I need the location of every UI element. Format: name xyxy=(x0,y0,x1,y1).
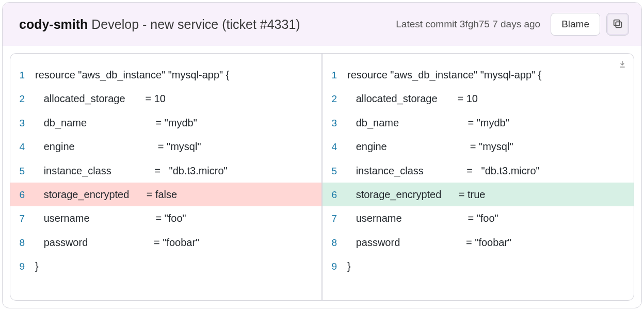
line-content: password = "foobar" xyxy=(347,234,511,251)
copy-icon xyxy=(612,18,623,31)
line-content: username = "foo" xyxy=(347,210,498,226)
line-number: 7 xyxy=(323,211,347,226)
file-diff-container: cody-smith Develop - new service (ticket… xyxy=(2,2,642,308)
download-icon[interactable] xyxy=(618,60,626,71)
line-number: 2 xyxy=(10,91,35,107)
code-line: 6 storage_encrypted = false xyxy=(10,183,321,206)
code-line: 1resource "aws_db_instance" "mysql-app" … xyxy=(323,63,634,87)
line-content: username = "foo" xyxy=(35,210,186,226)
line-content: engine = "mysql" xyxy=(35,138,201,155)
diff-wrap: 1resource "aws_db_instance" "mysql-app" … xyxy=(3,46,641,308)
diff-right-column: 1resource "aws_db_instance" "mysql-app" … xyxy=(323,54,634,300)
line-number: 4 xyxy=(10,139,35,155)
code-line: 1resource "aws_db_instance" "mysql-app" … xyxy=(10,63,321,87)
code-line: 4 engine = "mysql" xyxy=(323,135,634,158)
line-content: db_name = "mydb" xyxy=(35,114,197,131)
diff-left-column: 1resource "aws_db_instance" "mysql-app" … xyxy=(10,54,323,300)
line-number: 1 xyxy=(10,68,35,83)
copy-button[interactable] xyxy=(606,13,629,36)
line-content: db_name = "mydb" xyxy=(347,114,509,131)
code-line: 2 allocated_storage = 10 xyxy=(323,87,634,110)
line-number: 8 xyxy=(323,235,347,251)
diff-panel: 1resource "aws_db_instance" "mysql-app" … xyxy=(10,53,634,301)
line-content: storage_encrypted = false xyxy=(35,186,177,203)
commit-meta: Latest commit 3fgh75 7 days ago xyxy=(396,19,540,30)
line-content: } xyxy=(35,258,39,274)
line-number: 4 xyxy=(323,139,347,155)
line-content: } xyxy=(347,258,351,274)
code-line: 7 username = "foo" xyxy=(323,206,634,230)
line-content: engine = "mysql" xyxy=(347,138,513,155)
author-name: cody-smith xyxy=(19,17,88,31)
file-header: cody-smith Develop - new service (ticket… xyxy=(3,3,641,46)
line-number: 6 xyxy=(10,187,35,203)
line-number: 6 xyxy=(323,187,347,203)
code-line: 8 password = "foobar" xyxy=(10,231,321,254)
code-line: 5 instance_class = "db.t3.micro" xyxy=(10,159,321,183)
line-content: resource "aws_db_instance" "mysql-app" { xyxy=(347,67,541,83)
line-number: 9 xyxy=(10,259,35,274)
line-content: password = "foobar" xyxy=(35,234,199,251)
code-line: 5 instance_class = "db.t3.micro" xyxy=(323,159,634,183)
line-number: 1 xyxy=(323,68,347,83)
commit-message: Develop - new service (ticket #4331) xyxy=(88,17,300,31)
svg-rect-0 xyxy=(616,22,621,27)
commit-title: cody-smith Develop - new service (ticket… xyxy=(19,17,390,32)
line-content: instance_class = "db.t3.micro" xyxy=(347,162,540,179)
line-number: 2 xyxy=(323,91,347,107)
line-number: 7 xyxy=(10,211,35,226)
code-line: 4 engine = "mysql" xyxy=(10,135,321,158)
line-content: resource "aws_db_instance" "mysql-app" { xyxy=(35,67,229,83)
code-line: 9} xyxy=(10,254,321,278)
line-number: 5 xyxy=(323,163,347,179)
code-line: 2 allocated_storage = 10 xyxy=(10,87,321,110)
line-number: 5 xyxy=(10,163,35,179)
line-number: 8 xyxy=(10,235,35,251)
line-number: 9 xyxy=(323,259,347,274)
code-line: 6 storage_encrypted = true xyxy=(323,183,634,206)
svg-rect-1 xyxy=(614,20,620,25)
line-content: storage_encrypted = true xyxy=(347,186,485,203)
code-line: 3 db_name = "mydb" xyxy=(323,111,634,135)
code-line: 8 password = "foobar" xyxy=(323,231,634,254)
code-line: 7 username = "foo" xyxy=(10,206,321,230)
line-content: allocated_storage = 10 xyxy=(347,90,478,107)
line-content: allocated_storage = 10 xyxy=(35,90,166,107)
code-line: 3 db_name = "mydb" xyxy=(10,111,321,135)
blame-button[interactable]: Blame xyxy=(551,13,600,36)
code-line: 9} xyxy=(323,254,634,278)
line-content: instance_class = "db.t3.micro" xyxy=(35,162,228,179)
line-number: 3 xyxy=(323,116,347,131)
line-number: 3 xyxy=(10,116,35,131)
